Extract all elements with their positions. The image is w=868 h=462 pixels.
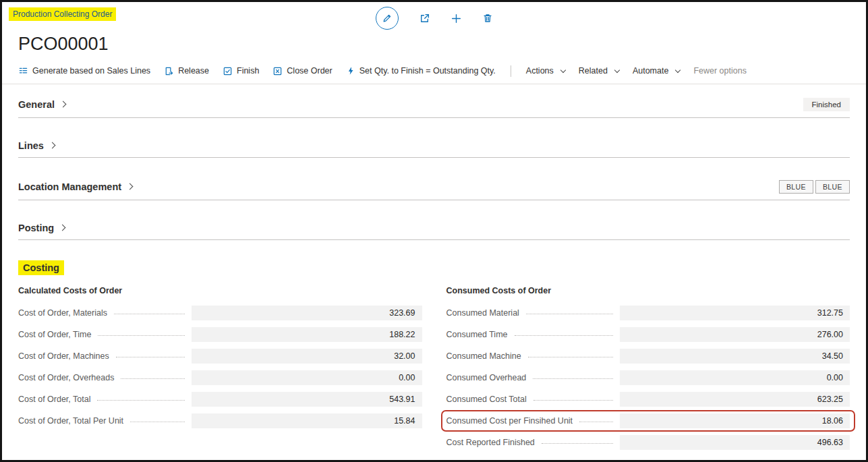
actions-menu[interactable]: Actions: [526, 66, 565, 76]
field-value[interactable]: 496.63: [620, 435, 850, 450]
section-divider: [18, 157, 850, 158]
section-location-management-toggle[interactable]: Location Management: [18, 181, 132, 192]
release-icon: [164, 66, 174, 76]
field-label: Cost of Order, Machines: [18, 351, 109, 361]
dotted-leader: [533, 400, 613, 401]
related-menu[interactable]: Related: [579, 66, 619, 76]
field-value[interactable]: 276.00: [620, 327, 850, 342]
dotted-leader: [97, 400, 185, 401]
field-cost-of-order-overheads: Cost of Order, Overheads 0.00: [18, 370, 422, 385]
menu-label: Automate: [633, 66, 669, 76]
field-value[interactable]: 188.22: [192, 327, 422, 342]
field-value[interactable]: 0.00: [192, 370, 422, 385]
field-value[interactable]: 32.00: [192, 349, 422, 364]
share-icon[interactable]: [419, 13, 430, 24]
menu-label: Related: [579, 66, 608, 76]
page-title: PCO00001: [2, 34, 866, 55]
section-title: General: [18, 99, 55, 110]
status-badge[interactable]: Finished: [803, 98, 850, 111]
page-caption: Production Collecting Order: [9, 7, 116, 21]
group-caption: Calculated Costs of Order: [18, 286, 422, 295]
close-order-icon: [272, 66, 283, 76]
field-cost-of-order-time: Cost of Order, Time 188.22: [18, 327, 422, 342]
field-label: Consumed Time: [446, 330, 508, 339]
field-consumed-machine: Consumed Machine 34.50: [446, 349, 850, 364]
section-title: Posting: [18, 223, 54, 233]
action-label: Release: [178, 66, 209, 76]
finish-button[interactable]: Finish: [223, 66, 259, 76]
field-consumed-overhead: Consumed Overhead 0.00: [446, 370, 850, 385]
release-button[interactable]: Release: [164, 66, 209, 76]
action-label: Close Order: [287, 66, 332, 76]
action-label: Set Qty. to Finish = Outstanding Qty.: [359, 66, 496, 76]
automate-menu[interactable]: Automate: [633, 66, 681, 76]
dotted-leader: [114, 314, 185, 314]
section-posting-toggle[interactable]: Posting: [18, 223, 65, 233]
field-value[interactable]: 312.75: [620, 306, 850, 320]
add-icon[interactable]: [451, 13, 462, 24]
field-label: Cost of Order, Materials: [18, 308, 107, 318]
field-cost-of-order-total-per-unit: Cost of Order, Total Per Unit 15.84: [18, 413, 422, 428]
dotted-leader: [98, 335, 185, 336]
lightning-icon: [346, 66, 355, 76]
field-value[interactable]: 15.84: [192, 413, 422, 428]
field-value[interactable]: 623.25: [620, 392, 850, 407]
action-bar-separator: [511, 65, 511, 77]
edit-icon[interactable]: [376, 7, 399, 30]
field-value[interactable]: 18.06: [620, 413, 850, 428]
field-value[interactable]: 0.00: [620, 370, 850, 385]
field-label: Consumed Overhead: [446, 373, 527, 382]
pencil-icon: [382, 13, 393, 24]
field-consumed-cost-per-finished-unit-highlighted: Consumed Cost per Finsihed Unit 18.06: [441, 410, 856, 432]
delete-icon[interactable]: [482, 13, 493, 24]
chevron-down-icon: [675, 67, 681, 72]
costing-grid: Calculated Costs of Order Cost of Order,…: [18, 286, 850, 457]
dotted-leader: [116, 357, 185, 357]
field-cost-of-order-machines: Cost of Order, Machines 32.00: [18, 349, 422, 364]
field-label: Cost of Order, Total Per Unit: [18, 416, 123, 426]
section-title: Location Management: [18, 181, 121, 192]
chevron-down-icon: [560, 67, 566, 72]
section-location-management: Location Management BLUE BLUE: [18, 180, 850, 194]
section-lines-toggle[interactable]: Lines: [18, 140, 55, 151]
field-cost-of-order-total: Cost of Order, Total 543.91: [18, 392, 422, 407]
dotted-leader: [121, 378, 185, 379]
chevron-right-icon: [59, 225, 66, 231]
dotted-leader: [542, 443, 613, 444]
dotted-leader: [528, 357, 613, 357]
sales-lines-icon: [18, 66, 28, 76]
section-general: General Finished: [18, 98, 850, 111]
section-costing-title[interactable]: Costing: [18, 260, 64, 275]
field-cost-reported-finished: Cost Reported Finished 496.63: [446, 435, 850, 450]
field-consumed-cost-total: Consumed Cost Total 623.25: [446, 392, 850, 407]
section-general-toggle[interactable]: General: [18, 99, 65, 110]
dotted-leader: [130, 422, 185, 422]
page: Production Collecting Order: [0, 0, 868, 462]
dotted-leader: [515, 335, 613, 336]
fewer-options-button[interactable]: Fewer options: [693, 66, 747, 76]
field-value[interactable]: 34.50: [620, 349, 850, 364]
dotted-leader: [526, 314, 613, 314]
field-label: Consumed Cost Total: [446, 395, 527, 404]
field-value[interactable]: 543.91: [192, 392, 422, 407]
generate-based-on-sales-lines-button[interactable]: Generate based on Sales Lines: [18, 66, 150, 76]
close-order-button[interactable]: Close Order: [272, 66, 332, 76]
section-title: Lines: [18, 140, 44, 151]
chevron-down-icon: [614, 67, 620, 72]
location-badge[interactable]: BLUE: [779, 180, 813, 194]
section-divider: [18, 117, 850, 118]
set-qty-to-finish-button[interactable]: Set Qty. to Finish = Outstanding Qty.: [346, 66, 496, 76]
field-label: Consumed Material: [446, 308, 519, 318]
chevron-right-icon: [127, 183, 134, 190]
field-value[interactable]: 323.69: [192, 306, 422, 320]
action-label: Finish: [237, 66, 259, 76]
section-posting: Posting: [18, 223, 850, 233]
location-badges: BLUE BLUE: [779, 180, 850, 194]
chevron-right-icon: [49, 142, 55, 149]
action-label: Generate based on Sales Lines: [32, 66, 150, 76]
field-label: Cost of Order, Total: [18, 395, 90, 404]
location-badge[interactable]: BLUE: [815, 180, 850, 194]
field-label: Cost Reported Finished: [446, 438, 535, 447]
page-content: General Finished Lines Location Manageme…: [2, 98, 866, 457]
top-bar: Production Collecting Order: [2, 2, 866, 34]
